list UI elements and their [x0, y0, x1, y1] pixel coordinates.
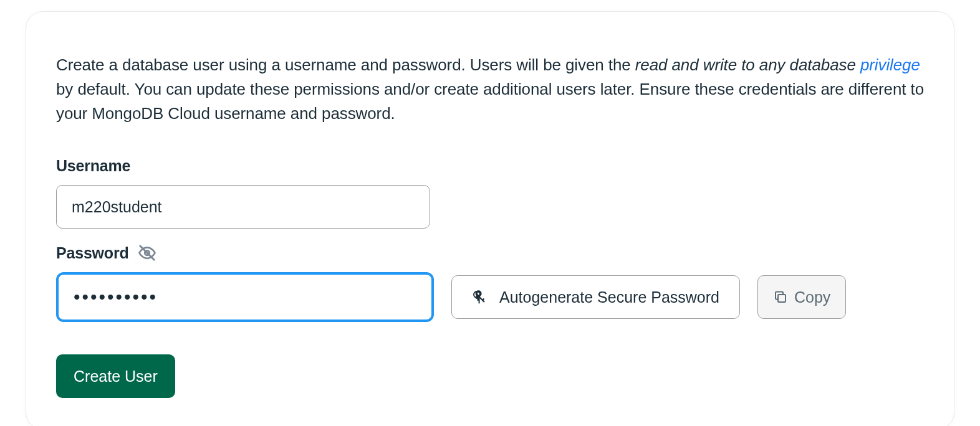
- password-label: Password: [56, 244, 129, 262]
- privilege-link[interactable]: privilege: [860, 55, 920, 74]
- eye-off-icon[interactable]: [138, 244, 156, 262]
- username-field-group: Username: [56, 157, 924, 229]
- copy-icon: [773, 290, 788, 305]
- description-part1: Create a database user using a username …: [56, 55, 635, 74]
- username-label: Username: [56, 157, 130, 175]
- key-icon: [472, 290, 487, 305]
- copy-button[interactable]: Copy: [757, 275, 846, 319]
- svg-line-5: [483, 299, 484, 301]
- create-user-panel: Create a database user using a username …: [26, 11, 954, 426]
- password-field-group: Password: [56, 244, 924, 322]
- description-text: Create a database user using a username …: [56, 53, 924, 126]
- autogenerate-label: Autogenerate Secure Password: [499, 288, 719, 306]
- copy-label: Copy: [794, 288, 830, 306]
- create-user-button[interactable]: Create User: [56, 354, 175, 398]
- description-part2: by default. You can update these permiss…: [56, 80, 924, 123]
- description-privilege-name: read and write to any database: [635, 55, 856, 74]
- svg-rect-6: [778, 295, 785, 302]
- username-input[interactable]: [56, 185, 430, 229]
- password-input[interactable]: [56, 272, 434, 322]
- autogenerate-password-button[interactable]: Autogenerate Secure Password: [451, 275, 740, 319]
- svg-point-3: [476, 293, 478, 296]
